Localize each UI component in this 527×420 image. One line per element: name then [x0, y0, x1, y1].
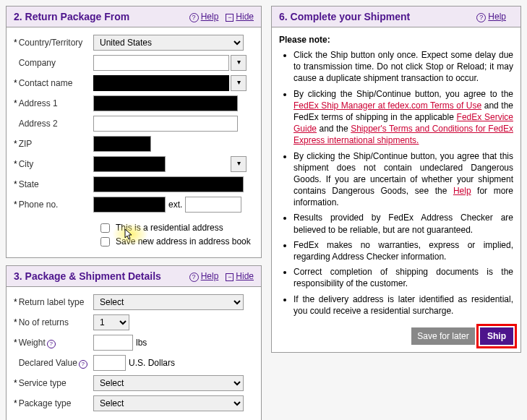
addr1-label: *Address 1: [14, 98, 93, 108]
contact-input[interactable]: [93, 75, 229, 91]
addr1-input[interactable]: [93, 95, 238, 111]
collapse-icon: −: [226, 14, 233, 22]
contact-dropdown-button[interactable]: ▾: [231, 75, 247, 91]
section6-title: 6. Complete your Shipment: [279, 11, 476, 22]
country-select[interactable]: United States: [93, 35, 244, 51]
note-item: By clicking the Ship/Continue button, yo…: [294, 88, 513, 147]
phone-input[interactable]: [93, 197, 166, 213]
state-label: *State: [14, 179, 93, 189]
residential-label: This is a residential address: [116, 223, 223, 233]
package-label: *Package type: [14, 398, 93, 408]
phone-label: *Phone no.: [14, 200, 93, 210]
section-return-from: 2. Return Package From ?Help −Hide *Coun…: [6, 6, 262, 258]
return-label-label: *Return label type: [14, 297, 93, 307]
weight-unit: lbs: [136, 338, 147, 348]
ext-input[interactable]: [185, 197, 241, 213]
currency-label: U.S. Dollars: [129, 358, 175, 368]
note-item: Results provided by FedEx Address Checke…: [294, 212, 513, 235]
package-select[interactable]: Select: [93, 395, 244, 411]
addr2-label: *Address 2: [14, 119, 93, 129]
weight-input[interactable]: [93, 335, 133, 351]
notes-list: Click the Ship button only once. Expect …: [279, 49, 513, 317]
return-label-select[interactable]: Select: [93, 294, 244, 310]
no-returns-label: *No of returns: [14, 317, 93, 327]
contact-label: *Contact name: [14, 78, 93, 88]
section3-header: 3. Package & Shipment Details ?Help −Hid…: [7, 266, 261, 287]
city-dropdown-button[interactable]: ▾: [231, 156, 247, 172]
company-dropdown-button[interactable]: ▾: [231, 55, 247, 71]
terms-link[interactable]: FedEx Ship Manager at fedex.com Terms of…: [294, 100, 481, 111]
city-input[interactable]: [93, 156, 166, 172]
help-icon: ?: [189, 273, 199, 282]
country-label: *Country/Territory: [14, 38, 93, 48]
section2-title: 2. Return Package From: [14, 11, 189, 22]
hide-group[interactable]: −Hide: [226, 12, 254, 22]
section3-title: 3. Package & Shipment Details: [14, 270, 189, 282]
note-item: If the delivery address is later identif…: [294, 293, 513, 317]
zip-label: *ZIP: [14, 139, 93, 149]
declared-input[interactable]: [93, 355, 126, 371]
service-select[interactable]: Select: [93, 375, 244, 391]
city-label: *City: [14, 159, 93, 169]
declared-label: *Declared Value?: [14, 358, 93, 369]
collapse-icon: −: [226, 273, 233, 281]
no-returns-select[interactable]: 1: [93, 314, 129, 330]
please-note-label: Please note:: [279, 35, 330, 45]
save-address-label: Save new address in address book: [116, 236, 251, 247]
residential-checkbox[interactable]: [100, 223, 110, 233]
section-complete-shipment: 6. Complete your Shipment ?Help Please n…: [271, 6, 521, 353]
help-icon: ?: [476, 13, 486, 22]
hide-group-3[interactable]: −Hide: [226, 271, 254, 281]
help-icon: ?: [189, 13, 199, 22]
state-select[interactable]: [93, 176, 244, 192]
ext-label: ext.: [168, 200, 182, 210]
save-address-checkbox[interactable]: [100, 237, 110, 247]
addr2-input[interactable]: [93, 116, 238, 132]
note-item: FedEx makes no warranties, express or im…: [294, 239, 513, 262]
ship-button[interactable]: Ship: [480, 327, 513, 345]
info-icon[interactable]: ?: [47, 340, 56, 348]
help-group-3[interactable]: ?Help: [189, 271, 219, 282]
help-group[interactable]: ?Help: [189, 12, 219, 22]
note-item: Click the Ship button only once. Expect …: [294, 49, 513, 85]
weight-label: *Weight?: [14, 338, 93, 348]
info-icon[interactable]: ?: [79, 360, 87, 369]
save-for-later-button[interactable]: Save for later: [411, 327, 474, 345]
section6-header: 6. Complete your Shipment ?Help: [272, 7, 520, 27]
company-input[interactable]: [93, 55, 229, 71]
company-label: *Company: [14, 58, 93, 68]
zip-input[interactable]: [93, 136, 151, 152]
service-label: *Service type: [14, 378, 93, 388]
note-item: By clicking the Ship/Continue button, yo…: [294, 150, 513, 209]
help-group-6[interactable]: ?Help: [476, 12, 506, 22]
section-package-details: 3. Package & Shipment Details ?Help −Hid…: [6, 265, 262, 420]
note-item: Correct completion of shipping documents…: [294, 266, 513, 289]
dangerous-goods-help-link[interactable]: Help: [453, 186, 471, 196]
section2-header: 2. Return Package From ?Help −Hide: [7, 7, 261, 27]
